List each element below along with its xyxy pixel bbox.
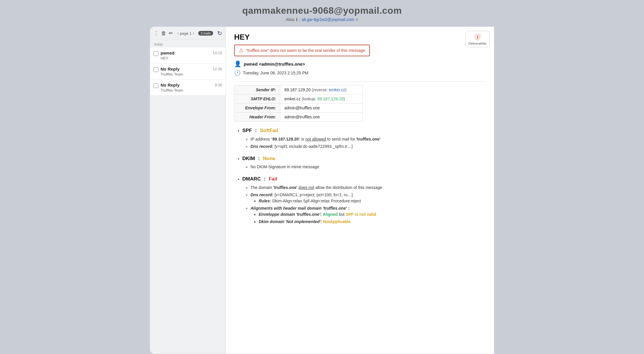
- dkim-heading: DKIM : None: [242, 155, 275, 162]
- warning-banner: ⚠ "truffles.one" does not seem to be the…: [234, 45, 370, 56]
- envelope-from-label: Envelope From:: [234, 104, 280, 113]
- mail-sender-1: pwned: [161, 50, 175, 55]
- dmarc-status: Fail: [269, 175, 277, 183]
- mail-item-content-1: pwned 14:15 HEY: [161, 50, 222, 60]
- info-table: Sender IP: 89.187.129.20 (reverse: emkei…: [234, 85, 363, 122]
- warning-triangle-icon: ⚠: [239, 47, 243, 54]
- envelope-from-value: admin@truffles.one: [280, 104, 363, 113]
- from-row: 👤 pwned <admin@truffles.one>: [234, 60, 486, 67]
- dkim-detail-1: No DKIM-Signature in mime message: [250, 164, 486, 170]
- person-icon: 👤: [234, 60, 241, 67]
- mail-time-2: 12:30: [213, 67, 222, 71]
- dmarc-heading-item: DMARC : Fail The domain 'truffles.one' d…: [242, 175, 486, 225]
- mail-sender-row-3: No Reply 9:35: [161, 83, 222, 87]
- dmarc-section: DMARC : Fail The domain 'truffles.one' d…: [234, 175, 486, 225]
- next-page-button[interactable]: ›: [193, 31, 194, 36]
- delete-icon[interactable]: 🗑: [161, 30, 166, 36]
- spf-heading-item: SPF : SoftFail IP address "89.187.129.20…: [242, 127, 486, 150]
- dkim-heading-item: DKIM : None No DKIM-Signature in mime me…: [242, 155, 486, 170]
- date-label: today: [150, 40, 226, 48]
- prev-page-button[interactable]: ‹: [177, 31, 179, 36]
- smtp-ehlo-value: emkei.cz (lookup: 89.187.129.20): [280, 94, 363, 104]
- info-icon: ℹ: [296, 17, 297, 22]
- dmarc-rules: Rules: Dkim-Align:relax Spf-Align:relax …: [259, 198, 486, 204]
- mail-content-panel: ! Deliverability HEY ⚠ "truffles.one" do…: [226, 27, 494, 354]
- deliverability-button[interactable]: ! Deliverability: [465, 31, 490, 47]
- mail-item-content-3: No Reply 9:35 Truffles Team: [161, 83, 222, 92]
- refresh-icon[interactable]: ↻: [217, 30, 222, 37]
- spf-bullet-list: SPF : SoftFail IP address "89.187.129.20…: [234, 127, 486, 150]
- deliverability-label: Deliverability: [469, 42, 487, 45]
- mail-sender-row-2: No Reply 12:30: [161, 66, 222, 71]
- table-row: Sender IP: 89.187.129.20 (reverse: emkei…: [234, 85, 363, 94]
- mail-time-3: 9:35: [215, 83, 222, 87]
- dmarc-detail-1: The domain 'truffles.one' does not allow…: [250, 185, 486, 191]
- edit-icon[interactable]: ✏: [169, 30, 173, 36]
- dmarc-detail-2: Dns record: [v=DMARC1; p=reject; pct=100…: [250, 192, 486, 204]
- mail-subject-2: Truffles Team: [161, 72, 222, 76]
- mail-count-badge: 3 mails: [198, 31, 213, 36]
- clock-icon: 🕐: [234, 70, 241, 76]
- dmarc-bullet-list: DMARC : Fail The domain 'truffles.one' d…: [234, 175, 486, 225]
- mail-checkbox-2[interactable]: [154, 67, 158, 72]
- more-options-icon[interactable]: ⋮: [154, 30, 159, 36]
- reverse-link[interactable]: emkei.cz: [329, 87, 345, 92]
- mail-item[interactable]: pwned 14:15 HEY: [150, 48, 226, 64]
- dmarc-colon: :: [262, 175, 267, 183]
- dmarc-alignment-2: Dkim domain 'Not implemented': NotApplic…: [259, 219, 486, 225]
- mail-sender-3: No Reply: [161, 83, 180, 87]
- dkim-bullet-list: DKIM : None No DKIM-Signature in mime me…: [234, 155, 486, 170]
- shield-icon: !: [474, 33, 482, 41]
- mail-item[interactable]: No Reply 12:30 Truffles Team: [150, 64, 226, 80]
- spf-label: SPF: [242, 127, 252, 134]
- divider: [234, 81, 486, 82]
- spf-section: SPF : SoftFail IP address "89.187.129.20…: [234, 127, 486, 150]
- dmarc-alignment-1: Enveloppe domain 'truffles.one': Aligned…: [259, 211, 486, 218]
- pagination: ‹ page 1 ›: [177, 31, 194, 36]
- mail-item-content-2: No Reply 12:30 Truffles Team: [161, 66, 222, 76]
- table-row: Header From: admin@truffles.one: [234, 113, 363, 122]
- spf-detail-2: Dns record: [v=spf1 include:dc-aa8e72299…: [250, 143, 486, 150]
- sidebar-toolbar: ⋮ 🗑 ✏ ‹ page 1 › 3 mails ↻: [150, 27, 226, 40]
- mail-item[interactable]: No Reply 9:35 Truffles Team: [150, 80, 226, 96]
- mail-sender-2: No Reply: [161, 66, 180, 71]
- mail-subject-3: Truffles Team: [161, 88, 222, 92]
- dmarc-details-list: The domain 'truffles.one' does not allow…: [242, 185, 486, 225]
- mail-sidebar: ⋮ 🗑 ✏ ‹ page 1 › 3 mails ↻ today pwned 1…: [150, 27, 226, 354]
- dmarc-alignments: Alignments with header mail domain 'truf…: [250, 205, 486, 225]
- email-address: qammakenneu-9068@yopmail.com: [0, 5, 644, 16]
- mail-checkbox-3[interactable]: [154, 83, 158, 88]
- table-row: SMTP EHLO: emkei.cz (lookup: 89.187.129.…: [234, 94, 363, 104]
- alias-separator: :: [299, 17, 300, 22]
- dmarc-heading: DMARC : Fail: [242, 175, 277, 183]
- main-container: ⋮ 🗑 ✏ ‹ page 1 › 3 mails ↻ today pwned 1…: [150, 27, 494, 354]
- spf-details-list: IP address "89.187.129.20" is not allowe…: [242, 136, 486, 150]
- from-address: pwned <admin@truffles.one>: [244, 62, 305, 66]
- warning-text: "truffles.one" does not seem to be the r…: [246, 48, 365, 53]
- mail-checkbox-1[interactable]: [154, 51, 158, 56]
- dkim-details-list: No DKIM-Signature in mime message: [242, 164, 486, 170]
- dkim-colon: :: [257, 155, 261, 162]
- alias-row: Alias ℹ : alt.gw-8gr2w2@yopmail.com ⧉: [0, 17, 644, 22]
- lookup-link[interactable]: 89.187.129.20: [317, 97, 344, 101]
- dkim-status: None: [263, 155, 276, 162]
- svg-text:!: !: [477, 35, 478, 40]
- page-label: page 1: [180, 31, 192, 36]
- mail-time-1: 14:15: [213, 51, 222, 55]
- spf-colon: :: [254, 127, 258, 134]
- dkim-label: DKIM: [242, 155, 255, 162]
- dkim-section: DKIM : None No DKIM-Signature in mime me…: [234, 155, 486, 170]
- alias-link[interactable]: alt.gw-8gr2w2@yopmail.com: [302, 17, 354, 22]
- date-row: 🕐 Tuesday, June 06, 2023 2:15:25 PM: [234, 70, 486, 76]
- spf-detail-1: IP address "89.187.129.20" is not allowe…: [250, 136, 486, 142]
- mail-subject-1: HEY: [161, 56, 222, 60]
- header-from-label: Header From:: [234, 113, 280, 122]
- spf-heading: SPF : SoftFail: [242, 127, 278, 134]
- smtp-ehlo-label: SMTP EHLO:: [234, 94, 280, 104]
- header: qammakenneu-9068@yopmail.com Alias ℹ : a…: [0, 0, 644, 24]
- sender-ip-label: Sender IP:: [234, 85, 280, 94]
- dmarc-label: DMARC: [242, 175, 261, 183]
- copy-icon[interactable]: ⧉: [356, 17, 358, 22]
- header-from-value: admin@truffles.one: [280, 113, 363, 122]
- sender-ip-value: 89.187.129.20 (reverse: emkei.cz): [280, 85, 363, 94]
